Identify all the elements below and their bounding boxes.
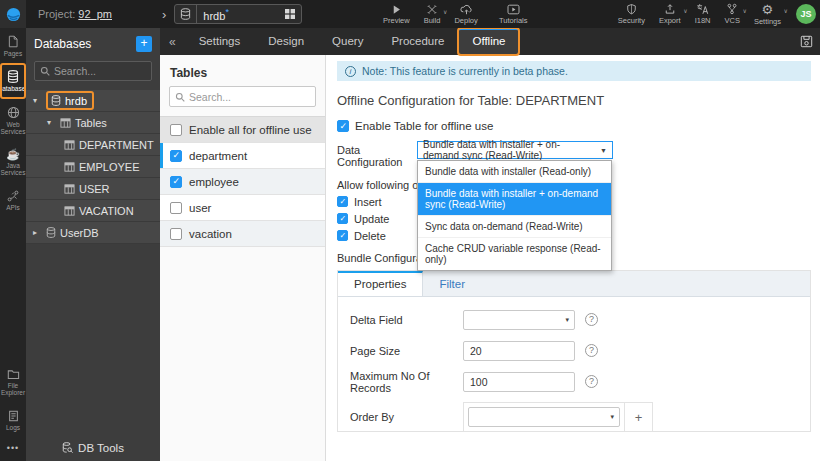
search-placeholder: Search...: [189, 91, 231, 103]
export-button[interactable]: ∨ Export: [659, 3, 681, 25]
open-doc-tab-hrdb[interactable]: hrdb*: [174, 4, 302, 24]
tree-item-userdb[interactable]: ▸ UserDB: [26, 222, 160, 244]
wavemaker-logo[interactable]: [0, 0, 26, 28]
tree-item-employee[interactable]: EMPLOYEE: [26, 156, 160, 178]
preview-button[interactable]: Preview: [383, 4, 410, 25]
add-order-by-button[interactable]: +: [624, 403, 652, 431]
caret-down-icon[interactable]: ▾: [33, 96, 42, 105]
tables-panel-title: Tables: [170, 66, 315, 80]
tables-search-input[interactable]: Search...: [169, 86, 316, 107]
caret-down-icon[interactable]: ▾: [47, 118, 56, 127]
settings-button[interactable]: ⚙ ∨ Settings: [754, 3, 781, 26]
select-value[interactable]: Bundle data with installer + on-demand s…: [417, 141, 613, 159]
tree-item-tables[interactable]: ▾ Tables: [26, 112, 160, 134]
help-icon[interactable]: [585, 313, 598, 326]
tab-filter[interactable]: Filter: [423, 271, 481, 296]
enable-all-row[interactable]: Enable all for offline use: [160, 117, 325, 143]
user-avatar[interactable]: JS: [796, 4, 816, 24]
tree-item-hrdb[interactable]: ▾ hrdb: [26, 90, 160, 112]
dropdown-menu: Bundle data with installer (Read-only) B…: [417, 160, 612, 271]
delta-field-select[interactable]: ▾: [463, 310, 575, 330]
page-size-input[interactable]: [463, 341, 575, 361]
tree-item-user[interactable]: USER: [26, 178, 160, 200]
tab-query[interactable]: Query: [318, 28, 377, 55]
row-label: employee: [189, 176, 239, 188]
sidebar-item-databases[interactable]: Databases: [0, 63, 26, 98]
sidebar-item-file-explorer[interactable]: File Explorer: [0, 362, 26, 403]
checkbox-checked[interactable]: [337, 213, 348, 224]
dropdown-option[interactable]: Bundle data with installer (Read-only): [418, 161, 611, 183]
database-icon: [46, 227, 56, 238]
help-icon[interactable]: [585, 375, 598, 388]
dropdown-arrow-icon: ▾: [565, 316, 569, 324]
topbar: Project: 92_pm › hrdb*: [0, 0, 820, 28]
tree-item-department[interactable]: DEPARTMENT: [26, 134, 160, 156]
dropdown-option[interactable]: Cache CRUD variable response (Read-only): [418, 238, 611, 270]
table-icon: [64, 184, 75, 194]
gear-icon: ⚙: [762, 3, 774, 16]
sidebar-item-web-services[interactable]: Web Services: [0, 99, 26, 142]
table-row-department[interactable]: department: [160, 143, 325, 169]
i18n-button[interactable]: I18N: [695, 3, 711, 25]
add-database-button[interactable]: +: [136, 36, 152, 52]
dropdown-option-selected[interactable]: Bundle data with installer + on-demand s…: [418, 183, 611, 216]
checkbox-unchecked[interactable]: [170, 228, 182, 240]
checkbox-checked[interactable]: [337, 230, 348, 241]
checkbox-unchecked[interactable]: [170, 124, 182, 136]
project-name[interactable]: 92_pm: [78, 8, 112, 20]
checkbox-checked[interactable]: [170, 150, 182, 162]
row-label: vacation: [189, 228, 232, 240]
tutorials-group: Tutorials: [492, 0, 534, 28]
databases-panel-header: Databases +: [26, 28, 160, 58]
grid-view-icon[interactable]: [279, 8, 301, 20]
export-icon: [664, 3, 676, 15]
checkbox-checked[interactable]: [170, 176, 182, 188]
save-button[interactable]: [800, 35, 813, 48]
table-row-vacation[interactable]: vacation: [160, 221, 325, 247]
tab-properties[interactable]: Properties: [338, 271, 423, 296]
db-tools-button[interactable]: DB Tools: [26, 434, 160, 461]
dropdown-option[interactable]: Sync data on-demand (Read-Write): [418, 216, 611, 238]
tab-procedure[interactable]: Procedure: [377, 28, 458, 55]
sidebar-item-label: Logs: [6, 424, 20, 431]
data-configuration-row: Data Configuration Bundle data with inst…: [337, 141, 811, 168]
tab-design[interactable]: Design: [254, 28, 318, 55]
tree-item-vacation[interactable]: VACATION: [26, 200, 160, 222]
data-configuration-select[interactable]: Bundle data with installer + on-demand s…: [417, 141, 613, 168]
enable-table-checkbox-row[interactable]: Enable Table for offline use: [337, 120, 811, 132]
databases-search-input[interactable]: Search...: [34, 61, 152, 81]
max-records-input[interactable]: [463, 372, 575, 392]
page-title: Offline Configuration for Table: DEPARTM…: [337, 93, 811, 108]
sidebar-item-label: APIs: [6, 204, 20, 211]
checkbox-unchecked[interactable]: [170, 202, 182, 214]
sidebar-item-java-services[interactable]: ☕ Java Services: [0, 142, 26, 183]
order-by-label: Order By: [350, 411, 463, 423]
tutorials-button[interactable]: Tutorials: [499, 4, 527, 25]
caret-right-icon[interactable]: ▸: [33, 228, 42, 237]
checkbox-checked[interactable]: [337, 196, 348, 207]
sidebar-item-logs[interactable]: Logs: [0, 403, 26, 437]
chevron-down-icon: ∨: [443, 8, 447, 15]
tab-offline[interactable]: Offline: [458, 28, 519, 55]
sidebar-item-pages[interactable]: Pages: [0, 28, 26, 63]
tab-settings[interactable]: Settings: [185, 28, 255, 55]
chevron-down-icon: ∨: [683, 7, 687, 14]
build-button[interactable]: ∨ Build: [424, 4, 441, 25]
more-options-icon[interactable]: •••: [0, 437, 26, 455]
security-button[interactable]: Security: [618, 3, 645, 25]
tree-item-label: DEPARTMENT: [79, 139, 154, 151]
table-icon: [64, 140, 75, 150]
page-icon: [7, 35, 19, 48]
vcs-button[interactable]: ∨ VCS: [724, 3, 739, 25]
table-row-user[interactable]: user: [160, 195, 325, 221]
help-icon[interactable]: [585, 344, 598, 357]
deploy-button[interactable]: Deploy: [454, 4, 477, 25]
checkbox-checked[interactable]: [337, 120, 349, 132]
breadcrumb-chevron-icon[interactable]: ›: [162, 7, 166, 22]
database-icon: [7, 70, 19, 83]
log-file-icon: [8, 410, 19, 422]
order-by-select[interactable]: ▾: [468, 407, 620, 427]
sidebar-item-apis[interactable]: APIs: [0, 183, 26, 217]
collapse-panel-icon[interactable]: «: [160, 35, 185, 49]
table-row-employee[interactable]: employee: [160, 169, 325, 195]
